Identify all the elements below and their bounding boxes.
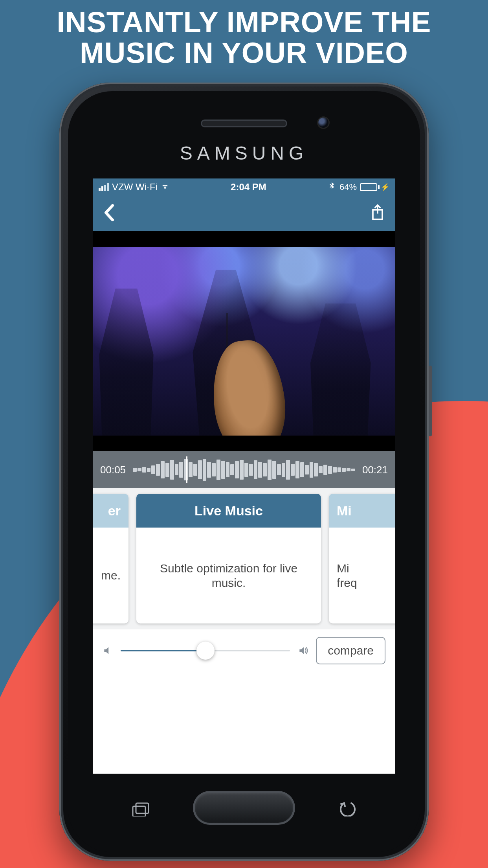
volume-high-icon — [298, 645, 308, 656]
wifi-icon — [161, 182, 169, 193]
device-speaker — [201, 120, 287, 127]
battery-icon: ⚡ — [360, 183, 389, 191]
video-frame — [93, 247, 395, 436]
status-bar: VZW Wi-Fi 2:04 PM 64% — [93, 178, 395, 196]
preset-prev-title-frag: er — [108, 503, 121, 519]
promo-headline: INSTANTLY IMPROVE THE MUSIC IN YOUR VIDE… — [0, 7, 488, 68]
svg-rect-2 — [136, 803, 149, 813]
back-softkey-icon — [334, 798, 361, 818]
headline-line1: INSTANTLY IMPROVE THE — [57, 6, 431, 39]
signal-icon — [99, 183, 109, 191]
preset-card-prev[interactable]: er me. — [93, 494, 128, 623]
status-time: 2:04 PM — [172, 182, 325, 193]
intensity-slider[interactable] — [121, 650, 290, 651]
charging-icon: ⚡ — [381, 183, 389, 191]
svg-rect-3 — [133, 806, 145, 817]
app-navbar — [93, 196, 395, 231]
device-front-camera — [317, 116, 330, 129]
preset-next-title-frag: Mi — [337, 503, 352, 519]
status-left: VZW Wi-Fi — [99, 182, 169, 193]
battery-percent: 64% — [339, 182, 357, 192]
app-screen: VZW Wi-Fi 2:04 PM 64% — [93, 178, 395, 774]
status-right: 64% ⚡ — [328, 182, 389, 193]
share-button[interactable] — [370, 203, 385, 224]
device-softkeys — [68, 786, 420, 829]
preset-description: Subtle optimization for live music. — [148, 561, 309, 590]
device-shell: SAMSUNG VZW Wi-Fi 2:04 PM — [59, 83, 429, 861]
scrubber-end-time: 00:21 — [362, 464, 388, 476]
carrier-label: VZW Wi-Fi — [112, 182, 158, 193]
scrubber-start-time: 00:05 — [100, 464, 126, 476]
preset-card-next[interactable]: Mi Mi freq — [329, 494, 395, 623]
preset-next-body-frag1: Mi — [337, 562, 349, 575]
preset-card-live-music[interactable]: Live Music Subtle optimization for live … — [136, 494, 321, 623]
playhead[interactable] — [186, 456, 187, 483]
volume-low-icon — [103, 645, 113, 656]
waveform[interactable] — [133, 458, 355, 482]
bluetooth-icon — [328, 182, 336, 193]
slider-thumb[interactable] — [196, 642, 215, 660]
video-preview[interactable] — [93, 231, 395, 451]
preset-next-body-frag2: freq — [337, 576, 357, 589]
back-button[interactable] — [103, 203, 116, 224]
bottom-controls: compare — [93, 629, 395, 671]
slider-fill — [121, 650, 205, 651]
preset-title: Live Music — [194, 503, 263, 519]
preset-prev-body-frag: me. — [101, 568, 121, 583]
preset-carousel[interactable]: er me. Live Music Subtle optimization fo… — [93, 488, 395, 629]
headline-line2: MUSIC IN YOUR VIDEO — [80, 37, 408, 69]
device-brand-label: SAMSUNG — [68, 142, 420, 164]
device-mock: SAMSUNG VZW Wi-Fi 2:04 PM — [59, 83, 429, 861]
device-side-button — [429, 366, 432, 436]
home-softkey — [193, 791, 295, 825]
compare-button[interactable]: compare — [316, 637, 385, 664]
recents-softkey-icon — [127, 798, 154, 818]
audio-scrubber[interactable]: 00:05 00:21 — [93, 451, 395, 488]
device-shell-inner: SAMSUNG VZW Wi-Fi 2:04 PM — [68, 91, 420, 852]
